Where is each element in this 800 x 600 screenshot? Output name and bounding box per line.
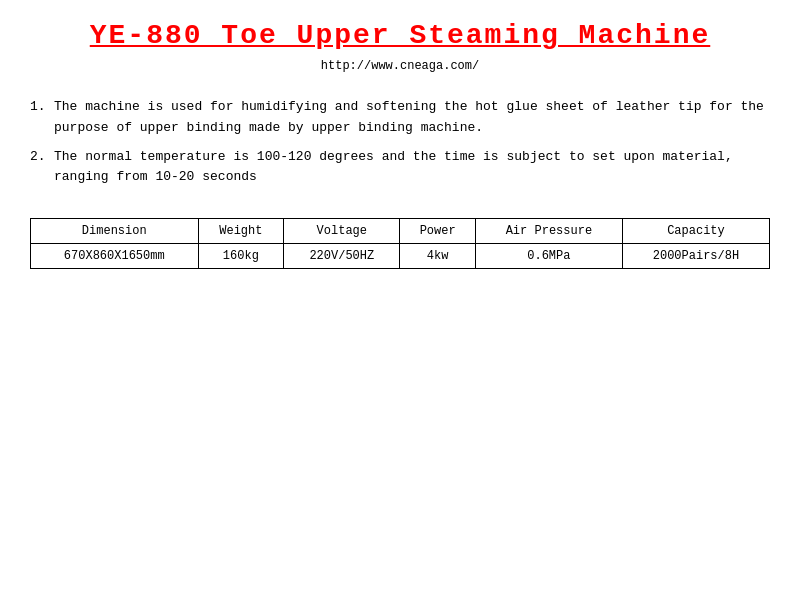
table-cell: 160kg bbox=[198, 244, 284, 269]
list-number-1: 1. bbox=[30, 97, 54, 118]
table-cell: 670X860X1650mm bbox=[31, 244, 199, 269]
col-header-voltage: Voltage bbox=[284, 219, 400, 244]
col-header-air-pressure: Air Pressure bbox=[475, 219, 622, 244]
table-row: 670X860X1650mm160kg220V/50HZ4kw0.6MPa200… bbox=[31, 244, 770, 269]
col-header-weight: Weight bbox=[198, 219, 284, 244]
list-content-2: The normal temperature is 100-120 degree… bbox=[54, 147, 770, 189]
table-cell: 220V/50HZ bbox=[284, 244, 400, 269]
page-title: YE-880 Toe Upper Steaming Machine bbox=[30, 20, 770, 51]
list-number-2: 2. bbox=[30, 147, 54, 168]
list-content-1: The machine is used for humidifying and … bbox=[54, 97, 770, 139]
description-list: 1. The machine is used for humidifying a… bbox=[30, 97, 770, 188]
specs-table: Dimension Weight Voltage Power Air Press… bbox=[30, 218, 770, 269]
table-cell: 4kw bbox=[400, 244, 475, 269]
list-item-2: 2. The normal temperature is 100-120 deg… bbox=[30, 147, 770, 189]
table-cell: 0.6MPa bbox=[475, 244, 622, 269]
page-container: YE-880 Toe Upper Steaming Machine http:/… bbox=[0, 0, 800, 600]
table-cell: 2000Pairs/8H bbox=[622, 244, 769, 269]
col-header-dimension: Dimension bbox=[31, 219, 199, 244]
col-header-power: Power bbox=[400, 219, 475, 244]
list-item-1: 1. The machine is used for humidifying a… bbox=[30, 97, 770, 139]
table-header-row: Dimension Weight Voltage Power Air Press… bbox=[31, 219, 770, 244]
page-url: http://www.cneaga.com/ bbox=[30, 59, 770, 73]
col-header-capacity: Capacity bbox=[622, 219, 769, 244]
